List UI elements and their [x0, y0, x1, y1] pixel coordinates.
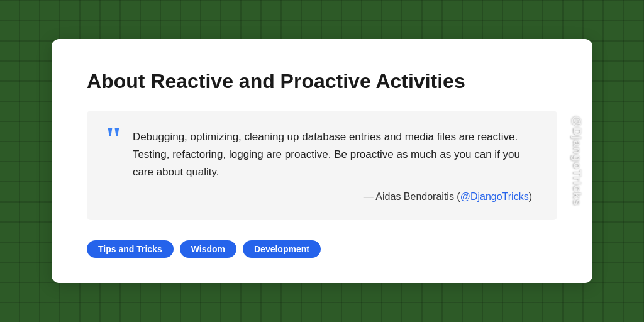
tag-wisdom[interactable]: Wisdom: [180, 240, 236, 258]
article-title: About Reactive and Proactive Activities: [87, 69, 514, 93]
attribution-suffix: ): [529, 191, 532, 202]
tag-development[interactable]: Development: [243, 240, 321, 258]
attribution-handle: @DjangoTricks: [460, 191, 529, 202]
side-label: @DjangoTricks: [571, 116, 584, 206]
quote-block: " Debugging, optimizing, cleaning up dat…: [87, 111, 557, 220]
quote-content: Debugging, optimizing, cleaning up datab…: [133, 128, 537, 203]
quote-mark-icon: ": [104, 123, 123, 156]
tags-list: Tips and Tricks Wisdom Development: [87, 240, 557, 258]
quote-attribution: — Aidas Bendoraitis (@DjangoTricks): [133, 191, 537, 203]
quote-text: Debugging, optimizing, cleaning up datab…: [133, 128, 537, 181]
article-card: About Reactive and Proactive Activities …: [52, 39, 592, 284]
attribution-prefix: — Aidas Bendoraitis (: [364, 191, 460, 202]
tag-tips-and-tricks[interactable]: Tips and Tricks: [87, 240, 174, 258]
card-wrapper: About Reactive and Proactive Activities …: [52, 39, 592, 284]
